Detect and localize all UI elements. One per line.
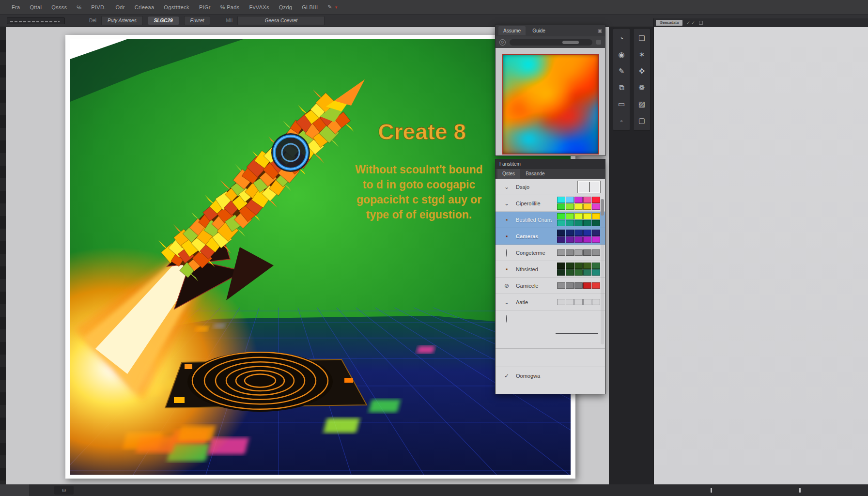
swatch-cell[interactable]	[592, 236, 600, 243]
swatch-cell[interactable]	[566, 299, 574, 305]
swatch-cell[interactable]	[566, 236, 574, 243]
menu-item-8[interactable]: PIGr	[194, 3, 216, 12]
swatch-row-dsajo[interactable]: ⌄ Dsajo	[496, 179, 605, 195]
swatch-cell[interactable]	[566, 220, 574, 226]
menu-item-7[interactable]: Ogstttteck	[159, 3, 194, 12]
swatch-cell[interactable]	[557, 220, 565, 226]
menu-item-6[interactable]: Crieeaa	[130, 3, 159, 12]
menu-item-4[interactable]: PIVD.	[86, 3, 110, 12]
swatches-tab-1[interactable]: Qstes	[497, 169, 520, 179]
crop-tool-icon[interactable]: ⧉	[614, 80, 629, 95]
menu-item-5[interactable]: Odr	[110, 3, 129, 12]
swatch-cell[interactable]	[583, 263, 591, 269]
swatch-row-nthsisted[interactable]: Nthsisted	[496, 261, 605, 278]
swatch-row-aatie[interactable]: ⌄ Aatie	[496, 294, 605, 310]
swatch-cell[interactable]	[557, 249, 565, 256]
swatch-cell[interactable]	[574, 249, 583, 256]
swatch-row-empty[interactable]	[496, 310, 605, 327]
swatch-cell[interactable]	[574, 230, 583, 236]
swatch-cell[interactable]	[592, 263, 600, 269]
swatch-cell[interactable]	[574, 213, 583, 219]
options-button-wide[interactable]: Geesa Coevret	[237, 16, 325, 25]
frame-tool-icon[interactable]: ▢	[635, 113, 649, 128]
navigator-tab-1[interactable]: Assume	[498, 26, 526, 35]
swatch-cell[interactable]	[566, 213, 574, 219]
secondary-doc-canvas[interactable]	[654, 27, 868, 484]
swatch-cell[interactable]	[574, 263, 583, 269]
tool-options-field[interactable]	[7, 17, 65, 24]
panel-close-icon[interactable]: ▣	[598, 28, 602, 33]
flower-tool-icon[interactable]: ❁	[635, 80, 649, 95]
swatches-footer-row[interactable]: ✓ Oomogwa	[496, 369, 605, 383]
swatch-cell[interactable]	[583, 213, 591, 219]
star-tool-icon[interactable]: ✶	[635, 47, 649, 62]
hand-tool-icon[interactable]: ✥	[635, 63, 649, 79]
swatch-cell[interactable]	[557, 299, 565, 305]
swatch-cell[interactable]	[557, 203, 565, 210]
swatch-cell[interactable]	[574, 282, 583, 289]
menu-item-11[interactable]: Qzdg	[274, 3, 297, 12]
swatches-tab-2[interactable]: Basande	[521, 169, 549, 179]
options-button-active[interactable]: SLGC29	[148, 16, 179, 25]
swatch-cell[interactable]	[592, 203, 600, 210]
swatch-cell[interactable]	[592, 230, 600, 236]
swatch-row-gamicele[interactable]: ⊘ Gamicele	[496, 278, 605, 294]
zoom-tool-icon[interactable]: ◔	[614, 31, 629, 46]
swatch-cell[interactable]	[574, 197, 583, 203]
options-button-2[interactable]: Euvret	[184, 16, 211, 25]
swatch-cell[interactable]	[566, 263, 574, 269]
brush-tool-icon[interactable]: ✎	[614, 63, 629, 79]
swatch-cell[interactable]	[583, 203, 591, 210]
swatch-cell[interactable]	[583, 249, 591, 256]
doc-options-icon[interactable]	[699, 21, 703, 25]
fill-tool-icon[interactable]: ▨	[635, 96, 649, 112]
swatch-cell[interactable]	[566, 197, 574, 203]
swatch-cell[interactable]	[566, 249, 574, 256]
swatches-scrollbar[interactable]	[601, 199, 604, 344]
panel-menu-icon[interactable]	[596, 40, 601, 45]
swatch-row-ciperolilile[interactable]: ⌄ Ciperolilile	[496, 195, 605, 212]
menu-item-0[interactable]: Fra	[7, 3, 25, 12]
menu-item-3[interactable]: ℅	[72, 3, 86, 12]
layers-tool-icon[interactable]: ❏	[635, 31, 649, 46]
swatch-cell[interactable]	[583, 220, 591, 226]
swatch-cell[interactable]	[557, 282, 565, 289]
secondary-doc-tab[interactable]: Geesadata	[656, 20, 682, 26]
swatch-cell[interactable]	[557, 269, 565, 276]
refresh-icon[interactable]: ⟳	[499, 39, 506, 46]
swatch-cell[interactable]	[592, 197, 600, 203]
marquee-tool-icon[interactable]: ▭	[614, 96, 629, 112]
swatch-cell[interactable]	[557, 263, 565, 269]
swatch-cell[interactable]	[592, 299, 600, 305]
menu-item-10[interactable]: EvVAXs	[244, 3, 274, 12]
swatch-cell[interactable]	[557, 197, 565, 203]
swatch-cell[interactable]	[557, 236, 565, 243]
swatch-cell[interactable]	[592, 282, 600, 289]
swatch-row-cameras[interactable]: Cameras	[496, 228, 605, 245]
status-camera-icon[interactable]: ⊙	[54, 486, 74, 495]
swatch-cell[interactable]	[583, 230, 591, 236]
menu-item-12[interactable]: GLBIII	[297, 3, 323, 12]
navigator-thumbnail[interactable]	[502, 54, 599, 155]
menu-item-9[interactable]: % Pads	[216, 3, 245, 12]
swatch-cell[interactable]	[592, 269, 600, 276]
swatch-cell[interactable]	[583, 197, 591, 203]
swatch-cell[interactable]	[583, 299, 591, 305]
swatch-cell[interactable]	[566, 269, 574, 276]
swatch-cell[interactable]	[592, 220, 600, 226]
swatch-cell[interactable]	[557, 213, 565, 219]
swatch-cell[interactable]	[574, 236, 583, 243]
swatch-cell[interactable]	[574, 220, 583, 226]
swatch-row-bustilled[interactable]: Bustilled Crians	[496, 212, 605, 228]
camera-tool-icon[interactable]: ◉	[614, 47, 629, 62]
menu-item-1[interactable]: Qttai	[25, 3, 46, 12]
swatch-cell[interactable]	[566, 203, 574, 210]
swatch-cell[interactable]	[566, 282, 574, 289]
swatch-cell[interactable]	[583, 282, 591, 289]
swatch-cell[interactable]	[574, 203, 583, 210]
navigator-tab-2[interactable]: Guide	[527, 26, 550, 35]
swatch-cell[interactable]	[592, 249, 600, 256]
swatch-cell[interactable]	[574, 269, 583, 276]
menu-item-2[interactable]: Qssss	[46, 3, 72, 12]
swatch-cell[interactable]	[592, 213, 600, 219]
